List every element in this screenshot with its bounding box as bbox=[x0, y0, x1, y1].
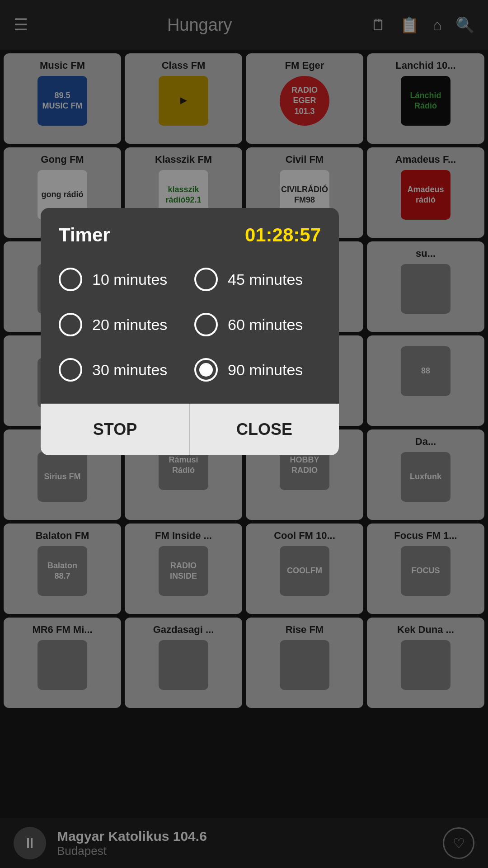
timer-option[interactable]: 90 minutes bbox=[194, 350, 321, 390]
radio-circle[interactable] bbox=[59, 313, 82, 336]
timer-option[interactable]: 10 minutes bbox=[59, 259, 185, 299]
timer-option-label: 10 minutes bbox=[92, 271, 167, 288]
timer-buttons: STOP CLOSE bbox=[41, 403, 339, 455]
radio-circle[interactable] bbox=[194, 358, 218, 382]
timer-option-label: 45 minutes bbox=[228, 271, 303, 288]
timer-header: Timer 01:28:57 bbox=[41, 208, 339, 255]
timer-option[interactable]: 45 minutes bbox=[194, 259, 321, 299]
timer-option-label: 90 minutes bbox=[228, 361, 303, 379]
timer-current-time: 01:28:57 bbox=[245, 224, 321, 246]
stop-button[interactable]: STOP bbox=[41, 404, 190, 455]
timer-option[interactable]: 60 minutes bbox=[194, 305, 321, 344]
timer-dialog: Timer 01:28:57 10 minutes45 minutes20 mi… bbox=[41, 208, 339, 455]
timer-option[interactable]: 30 minutes bbox=[59, 350, 185, 390]
timer-option-label: 60 minutes bbox=[228, 316, 303, 334]
radio-circle[interactable] bbox=[194, 268, 218, 291]
timer-title: Timer bbox=[59, 224, 110, 246]
timer-option-label: 30 minutes bbox=[92, 361, 167, 379]
close-button[interactable]: CLOSE bbox=[190, 404, 339, 455]
timer-options: 10 minutes45 minutes20 minutes60 minutes… bbox=[41, 255, 339, 403]
timer-option-label: 20 minutes bbox=[92, 316, 167, 334]
timer-option[interactable]: 20 minutes bbox=[59, 305, 185, 344]
radio-circle[interactable] bbox=[59, 268, 82, 291]
radio-circle[interactable] bbox=[194, 313, 218, 336]
radio-circle[interactable] bbox=[59, 358, 82, 382]
